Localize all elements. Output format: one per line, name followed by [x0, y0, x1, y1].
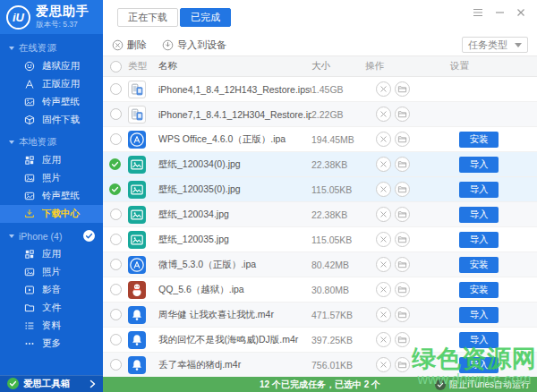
import-button[interactable]: 导入 — [459, 207, 499, 223]
open-folder-button[interactable] — [395, 157, 410, 172]
delete-task-button[interactable] — [376, 357, 391, 372]
sidebar-item-photos[interactable]: 照片 — [0, 263, 103, 281]
app-title: 爱思助手 — [36, 4, 90, 18]
file-size: 194.45MB — [311, 134, 365, 145]
import-button[interactable]: 导入 — [459, 307, 499, 323]
delete-task-button[interactable] — [376, 257, 391, 272]
import-to-device-button[interactable]: 导入到设备 — [162, 38, 226, 52]
sidebar-item-label: 照片 — [42, 266, 61, 278]
delete-task-button[interactable] — [376, 207, 391, 222]
sidebar-item-apps[interactable]: 应用 — [0, 151, 103, 169]
checked-green-check-icon[interactable] — [109, 158, 122, 171]
file-name: 我的回忆不是我(海鸣威)DJ版.m4r — [158, 334, 311, 346]
open-folder-button[interactable] — [395, 132, 410, 147]
sidebar-item-download-center[interactable]: 下载中心 — [0, 205, 103, 223]
sidebar-item-ringtone-wallpaper[interactable]: 铃声壁纸 — [0, 93, 103, 111]
import-button[interactable]: 导入 — [459, 232, 499, 248]
row-checkbox[interactable] — [110, 83, 122, 95]
table-row[interactable]: 壁纸_120034.jpg22.38KB导入 — [103, 202, 537, 227]
sidebar-item-media[interactable]: 影音 — [0, 281, 103, 299]
row-checkbox[interactable] — [110, 133, 122, 145]
table-row[interactable]: iPhone4,1_8.4_12H143_Restore.ipsw1.45GB — [103, 77, 537, 102]
open-folder-button[interactable] — [395, 207, 410, 222]
sidebar-item-apps[interactable]: 应用 — [0, 245, 103, 263]
row-check-cell — [103, 83, 128, 95]
row-checkbox[interactable] — [110, 309, 122, 320]
file-name: 丢了幸福的猪dj.m4r — [158, 359, 311, 371]
checked-green-check-icon[interactable] — [109, 183, 122, 196]
task-type-filter[interactable]: 任务类型 — [462, 37, 528, 53]
row-checkbox[interactable] — [110, 108, 122, 120]
row-operations — [365, 107, 450, 122]
table-row[interactable]: 我的回忆不是我(海鸣威)DJ版.m4r397.25KB导入 — [103, 328, 537, 353]
import-button[interactable]: 导入 — [459, 332, 499, 348]
tab-completed[interactable]: 已完成 — [180, 8, 231, 27]
sidebar-item-ringtone-wallpaper[interactable]: 铃声壁纸 — [0, 187, 103, 205]
sidebar-item-genuine-app[interactable]: 正版应用 — [0, 75, 103, 93]
delete-task-button[interactable] — [376, 232, 391, 247]
import-button[interactable]: 导入 — [459, 157, 499, 173]
tab-downloading[interactable]: 正在下载 — [117, 8, 178, 27]
import-button[interactable]: 导入 — [459, 182, 499, 198]
table-row[interactable]: WPS Office_4.6.0（正版）.ipa194.45MB安装 — [103, 127, 537, 152]
row-checkbox[interactable] — [110, 334, 122, 345]
row-checkbox[interactable] — [110, 359, 122, 371]
sidebar-section-label: 在线资源 — [19, 42, 56, 55]
sidebar-item-label: 正版应用 — [42, 78, 80, 90]
sidebar-item-photos[interactable]: 照片 — [0, 169, 103, 187]
row-checkbox[interactable] — [110, 234, 122, 245]
sidebar-item-data[interactable]: 资料 — [0, 317, 103, 335]
install-button[interactable]: 安装 — [459, 257, 499, 273]
open-folder-button[interactable] — [395, 332, 410, 347]
open-folder-button[interactable] — [395, 232, 410, 247]
delete-task-button[interactable] — [376, 332, 391, 347]
delete-task-button[interactable] — [376, 282, 391, 297]
open-folder-button[interactable] — [395, 282, 410, 297]
row-checkbox[interactable] — [110, 209, 122, 220]
table-row[interactable]: 丢了幸福的猪dj.m4r756.01KB导入 — [103, 353, 537, 378]
install-button[interactable]: 安装 — [459, 132, 499, 148]
jpg-file-icon — [128, 231, 146, 249]
minimize-icon[interactable] — [495, 8, 505, 17]
delete-task-button[interactable] — [376, 182, 391, 197]
row-checkbox[interactable] — [110, 259, 122, 270]
jpg-file-icon — [128, 181, 146, 199]
open-folder-button[interactable] — [395, 107, 410, 122]
table-row[interactable]: 壁纸_120035.jpg115.05KB导入 — [103, 227, 537, 252]
table-row[interactable]: 壁纸_120034(0).jpg22.38KB导入 — [103, 152, 537, 177]
delete-task-button[interactable] — [376, 107, 391, 122]
sidebar-section-header[interactable]: 本地资源 — [0, 133, 103, 151]
file-name: iPhone4,1_8.4_12H143_Restore.ipsw — [158, 84, 311, 95]
sidebar-item-jailbreak-app[interactable]: 越狱应用 — [0, 57, 103, 75]
row-settings: 导入 — [450, 332, 537, 348]
table-row[interactable]: 微博_5.3.0（正版）.ipa80.42MB安装 — [103, 252, 537, 277]
block-itunes-toggle[interactable]: 阻止iTunes自动运行 — [435, 379, 530, 391]
sidebar-section-header[interactable]: 在线资源 — [0, 39, 103, 57]
open-folder-button[interactable] — [395, 182, 410, 197]
table-row[interactable]: 壁纸_120035(0).jpg115.05KB导入 — [103, 177, 537, 202]
delete-task-button[interactable] — [376, 307, 391, 322]
sidebar-item-files[interactable]: 文件 — [0, 299, 103, 317]
delete-task-button[interactable] — [376, 81, 391, 97]
row-checkbox[interactable] — [110, 284, 122, 295]
sidebar-section-header[interactable]: iPhone (4) — [0, 227, 103, 245]
delete-button[interactable]: 删除 — [112, 38, 147, 52]
open-folder-button[interactable] — [395, 257, 410, 272]
sidebar-item-more[interactable]: 更多 — [0, 335, 103, 353]
open-folder-button[interactable] — [395, 81, 410, 97]
row-type-cell — [128, 206, 158, 224]
open-folder-button[interactable] — [395, 357, 410, 372]
delete-task-button[interactable] — [376, 132, 391, 147]
delete-task-button[interactable] — [376, 157, 391, 172]
import-button[interactable]: 导入 — [459, 357, 499, 373]
install-button[interactable]: 安装 — [459, 282, 499, 298]
close-icon[interactable] — [516, 8, 525, 17]
open-folder-button[interactable] — [395, 307, 410, 322]
table-row[interactable]: 周华健 让我欢喜让我忧.m4r471.57KB导入 — [103, 303, 537, 328]
table-row[interactable]: QQ_5.6（越狱）.ipa30.80MB安装 — [103, 277, 537, 303]
sidebar-item-toolbox[interactable]: 爱思工具箱 — [0, 375, 103, 392]
sidebar-item-firmware-download[interactable]: 固件下载 — [0, 111, 103, 129]
select-all-checkbox[interactable] — [110, 61, 122, 72]
menu-icon[interactable] — [473, 8, 483, 17]
table-row[interactable]: iPhone7,1_8.4.1_12H304_Restore.ipsw2.22G… — [103, 102, 537, 127]
